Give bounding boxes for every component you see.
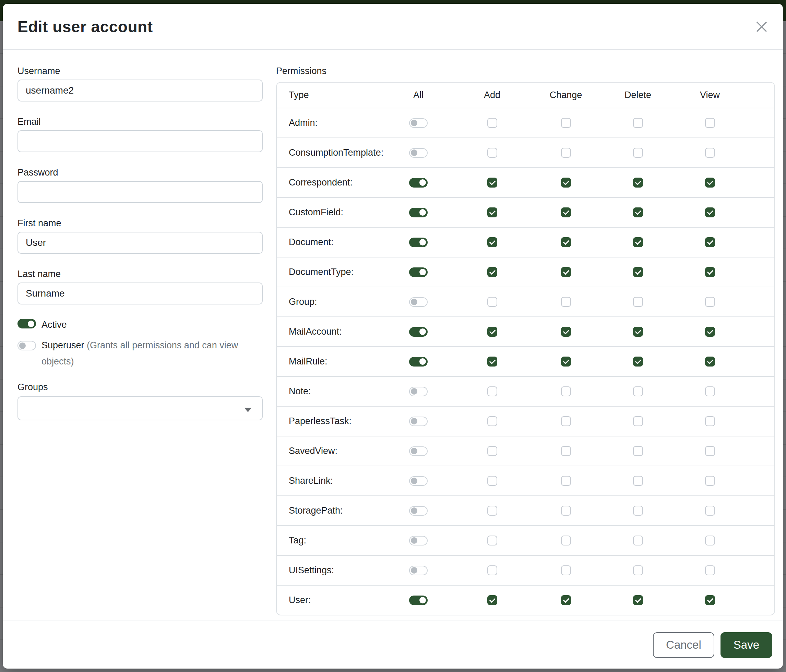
permission-all-toggle[interactable] <box>409 476 428 486</box>
permission-change-checkbox[interactable] <box>561 237 571 247</box>
permission-view-checkbox[interactable] <box>705 535 715 545</box>
permission-all-toggle[interactable] <box>409 506 428 516</box>
active-toggle[interactable] <box>17 319 36 328</box>
permission-add-checkbox[interactable] <box>487 535 497 545</box>
permission-change-checkbox[interactable] <box>561 177 571 188</box>
permission-delete-checkbox[interactable] <box>633 297 643 307</box>
permission-delete-checkbox[interactable] <box>633 207 643 217</box>
permission-all-toggle[interactable] <box>409 118 428 128</box>
permission-change-checkbox[interactable] <box>561 386 571 396</box>
permission-view-checkbox[interactable] <box>705 237 715 247</box>
permission-add-checkbox[interactable] <box>487 446 497 456</box>
permission-delete-checkbox[interactable] <box>633 267 643 277</box>
permission-view-checkbox[interactable] <box>705 386 715 396</box>
permission-add-checkbox[interactable] <box>487 476 497 486</box>
permission-delete-checkbox[interactable] <box>633 595 643 605</box>
permission-view-checkbox[interactable] <box>705 207 715 217</box>
permission-add-checkbox[interactable] <box>487 148 497 158</box>
permission-change-checkbox[interactable] <box>561 267 571 277</box>
permission-view-checkbox[interactable] <box>705 595 715 605</box>
permission-delete-checkbox[interactable] <box>633 237 643 247</box>
last-name-input[interactable] <box>17 283 263 305</box>
permission-add-checkbox[interactable] <box>487 267 497 277</box>
column-header-type: Type <box>277 90 382 100</box>
permission-change-checkbox[interactable] <box>561 148 571 158</box>
permission-view-checkbox[interactable] <box>705 327 715 337</box>
permission-add-checkbox[interactable] <box>487 356 497 366</box>
permission-all-toggle[interactable] <box>409 387 428 396</box>
permission-add-checkbox[interactable] <box>487 565 497 575</box>
permission-row: Correspondent: <box>277 167 774 197</box>
permission-view-checkbox[interactable] <box>705 148 715 158</box>
permission-change-checkbox[interactable] <box>561 356 571 366</box>
permission-delete-checkbox[interactable] <box>633 476 643 486</box>
permission-all-toggle[interactable] <box>409 416 428 426</box>
cancel-button[interactable]: Cancel <box>653 632 714 658</box>
permission-all-toggle[interactable] <box>409 208 428 217</box>
permission-all-toggle[interactable] <box>409 357 428 366</box>
permission-change-checkbox[interactable] <box>561 207 571 217</box>
permission-add-checkbox[interactable] <box>487 595 497 605</box>
permission-delete-checkbox[interactable] <box>633 177 643 188</box>
permission-delete-checkbox[interactable] <box>633 565 643 575</box>
permission-change-checkbox[interactable] <box>561 535 571 545</box>
permission-all-toggle[interactable] <box>409 446 428 456</box>
permission-delete-checkbox[interactable] <box>633 327 643 337</box>
permission-all-toggle[interactable] <box>409 566 428 575</box>
permission-all-toggle[interactable] <box>409 267 428 277</box>
permission-delete-checkbox[interactable] <box>633 535 643 545</box>
permission-add-checkbox[interactable] <box>487 207 497 217</box>
permission-view-checkbox[interactable] <box>705 565 715 575</box>
email-input[interactable] <box>17 130 263 152</box>
permission-change-checkbox[interactable] <box>561 595 571 605</box>
permission-view-checkbox[interactable] <box>705 476 715 486</box>
permission-all-toggle[interactable] <box>409 297 428 307</box>
close-button[interactable] <box>754 19 769 34</box>
permission-delete-checkbox[interactable] <box>633 148 643 158</box>
permission-delete-checkbox[interactable] <box>633 506 643 516</box>
permission-view-checkbox[interactable] <box>705 297 715 307</box>
permission-change-checkbox[interactable] <box>561 297 571 307</box>
permission-delete-checkbox[interactable] <box>633 416 643 426</box>
permission-view-checkbox[interactable] <box>705 506 715 516</box>
permission-add-checkbox[interactable] <box>487 506 497 516</box>
permission-delete-checkbox[interactable] <box>633 386 643 396</box>
permission-all-toggle[interactable] <box>409 327 428 337</box>
permission-view-checkbox[interactable] <box>705 446 715 456</box>
permission-add-checkbox[interactable] <box>487 118 497 128</box>
permission-change-checkbox[interactable] <box>561 446 571 456</box>
first-name-input[interactable] <box>17 232 263 254</box>
permission-add-checkbox[interactable] <box>487 297 497 307</box>
groups-select[interactable] <box>17 396 263 420</box>
permission-all-toggle[interactable] <box>409 595 428 605</box>
permission-add-checkbox[interactable] <box>487 327 497 337</box>
permission-all-toggle[interactable] <box>409 238 428 247</box>
permission-add-checkbox[interactable] <box>487 416 497 426</box>
permission-view-checkbox[interactable] <box>705 416 715 426</box>
permission-delete-checkbox[interactable] <box>633 446 643 456</box>
permission-view-checkbox[interactable] <box>705 356 715 366</box>
permission-delete-checkbox[interactable] <box>633 356 643 366</box>
permission-change-checkbox[interactable] <box>561 565 571 575</box>
permission-add-checkbox[interactable] <box>487 177 497 188</box>
permission-type-label: UISettings: <box>277 565 382 576</box>
permission-delete-checkbox[interactable] <box>633 118 643 128</box>
permission-row: ConsumptionTemplate: <box>277 138 774 167</box>
password-input[interactable] <box>17 181 263 203</box>
permission-view-checkbox[interactable] <box>705 177 715 188</box>
permission-change-checkbox[interactable] <box>561 506 571 516</box>
permission-change-checkbox[interactable] <box>561 327 571 337</box>
permission-all-toggle[interactable] <box>409 536 428 545</box>
save-button[interactable]: Save <box>720 632 772 658</box>
username-input[interactable] <box>17 80 263 102</box>
permission-all-toggle[interactable] <box>409 178 428 188</box>
permission-add-checkbox[interactable] <box>487 237 497 247</box>
permission-view-checkbox[interactable] <box>705 267 715 277</box>
permission-view-checkbox[interactable] <box>705 118 715 128</box>
permission-change-checkbox[interactable] <box>561 118 571 128</box>
permission-add-checkbox[interactable] <box>487 386 497 396</box>
permission-change-checkbox[interactable] <box>561 476 571 486</box>
permission-all-toggle[interactable] <box>409 148 428 158</box>
permission-change-checkbox[interactable] <box>561 416 571 426</box>
superuser-toggle[interactable] <box>17 341 36 350</box>
